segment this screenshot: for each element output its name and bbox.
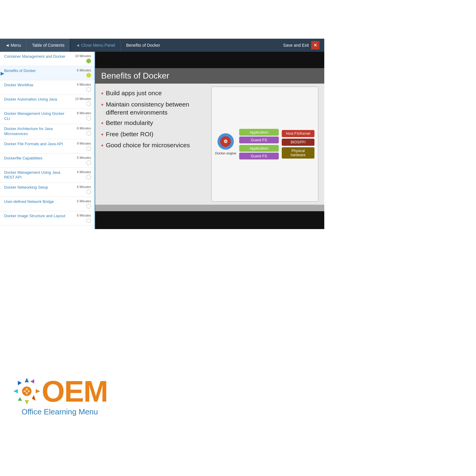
toc-button[interactable]: Table of Contents bbox=[27, 39, 71, 52]
bullet-dot: • bbox=[101, 89, 104, 98]
sidebar-active-arrow: ▶ bbox=[1, 70, 4, 76]
sidebar-item-docker-automation-java[interactable]: Docker Automation Using Java13 Minutes bbox=[0, 95, 95, 109]
sidebar-item-text: Docker Networking Setup bbox=[4, 185, 69, 190]
docker-container-row-1: Application Guest FS bbox=[239, 129, 279, 143]
status-circle bbox=[86, 218, 91, 223]
host-fs-box: Host FS/Kernel bbox=[282, 130, 314, 137]
bullet-item: •Maintain consistency between different … bbox=[101, 100, 205, 117]
sidebar-item-docker-management-cli[interactable]: Docker Management Using Docker CLI8 Minu… bbox=[0, 109, 95, 124]
bullet-dot: • bbox=[101, 141, 104, 150]
status-circle bbox=[86, 101, 91, 106]
close-panel-label: ◄ Close Menu Panel bbox=[76, 43, 115, 48]
oem-subtitle: Office Elearning Menu bbox=[22, 407, 98, 416]
svg-marker-2 bbox=[36, 389, 40, 393]
slide-title-bar: Benefits of Docker bbox=[95, 68, 324, 84]
sidebar-item-docker-image-structure[interactable]: Docker Image Structure and Layout6 Minut… bbox=[0, 211, 95, 226]
sidebar-item-text: Benefits of Docker bbox=[4, 68, 69, 73]
svg-marker-1 bbox=[30, 379, 34, 383]
status-circle bbox=[86, 190, 91, 194]
sidebar-item-duration: 4 Minutes bbox=[77, 83, 91, 86]
docker-guestfs-box-2: Guest FS bbox=[239, 153, 279, 159]
header-bar: ◄ Menu Table of Contents ◄ Close Menu Pa… bbox=[0, 39, 324, 52]
sidebar-item-meta: 5 Minutes bbox=[69, 156, 91, 165]
sidebar-item-text: Docker Management Using Docker CLI bbox=[4, 111, 69, 121]
docker-engine-box: ⚙ Docker engine bbox=[215, 133, 236, 155]
bullet-text: Build apps just once bbox=[106, 89, 162, 97]
sidebar-item-meta: 5 Minutes bbox=[69, 199, 91, 209]
content-area: Container Management and Docker10 Minute… bbox=[0, 52, 324, 229]
bullet-text: Free (better ROI) bbox=[106, 130, 154, 138]
sidebar-item-meta: 6 Minutes bbox=[69, 126, 91, 136]
sidebar-item-duration: 6 Minutes bbox=[77, 126, 91, 130]
status-circle bbox=[86, 73, 91, 78]
bullet-item: •Better modularity bbox=[101, 119, 205, 128]
slide-bullets: •Build apps just once•Maintain consisten… bbox=[101, 87, 205, 202]
slide-bottom-black bbox=[95, 211, 324, 229]
sidebar-item-meta: 13 Minutes bbox=[69, 97, 91, 106]
oem-icon bbox=[12, 376, 42, 406]
sidebar-item-text: Docker File Formats and Java API bbox=[4, 142, 69, 147]
app-container: ◄ Menu Table of Contents ◄ Close Menu Pa… bbox=[0, 39, 324, 229]
svg-marker-6 bbox=[13, 389, 18, 393]
docker-container-row-2: Application Guest FS bbox=[239, 145, 279, 159]
bullet-text: Better modularity bbox=[106, 119, 153, 127]
docker-containers: Application Guest FS Application Guest F… bbox=[239, 129, 279, 159]
sidebar-item-duration: 13 Minutes bbox=[75, 97, 91, 101]
status-circle bbox=[86, 146, 91, 151]
sidebar-item-meta: 8 Minutes bbox=[69, 111, 91, 120]
oem-text: OEM bbox=[42, 376, 108, 406]
sidebar-item-meta: 6 Minutes bbox=[69, 185, 91, 194]
toc-label: Table of Contents bbox=[32, 43, 65, 48]
sidebar-item-dockerfile-capabilities[interactable]: Dockerfile Capabilities5 Minutes bbox=[0, 154, 95, 168]
status-circle bbox=[86, 160, 91, 165]
save-exit-button[interactable]: Save and Exit ✕ bbox=[278, 39, 324, 52]
sidebar-item-duration: 8 Minutes bbox=[77, 111, 91, 115]
sidebar-item-docker-networking[interactable]: Docker Networking Setup6 Minutes bbox=[0, 183, 95, 197]
sidebar-item-meta: 4 Minutes bbox=[69, 83, 91, 92]
docker-app-box-2: Application bbox=[239, 145, 279, 152]
status-circle bbox=[86, 87, 91, 92]
sidebar-item-text: Dockerfile Capabilities bbox=[4, 156, 69, 161]
sidebar-item-duration: 5 Minutes bbox=[77, 199, 91, 203]
sidebar-item-text: Docker Automation Using Java bbox=[4, 97, 69, 102]
sidebar-item-docker-management-rest[interactable]: Docker Management Using Java REST API4 M… bbox=[0, 168, 95, 183]
svg-marker-0 bbox=[25, 378, 29, 382]
sidebar-item-docker-architecture-microservices[interactable]: Docker Architecture for Java Microservic… bbox=[0, 124, 95, 139]
status-circle bbox=[86, 204, 91, 209]
sidebar-item-benefits-of-docker[interactable]: ▶Benefits of Docker6 Minutes bbox=[0, 66, 95, 80]
sidebar-item-duration: 4 Minutes bbox=[77, 170, 91, 174]
slide-top-black bbox=[95, 52, 324, 68]
close-x-button[interactable]: ✕ bbox=[311, 41, 320, 49]
sidebar-item-text: Container Management and Docker bbox=[4, 54, 69, 59]
slide-body: •Build apps just once•Maintain consisten… bbox=[95, 84, 324, 205]
oem-logo: OEM bbox=[12, 376, 108, 406]
sidebar-item-text: User-defined Network Bridge bbox=[4, 199, 69, 204]
sidebar-item-docker-workflow[interactable]: Docker Workflow4 Minutes bbox=[0, 80, 95, 95]
bullet-item: •Free (better ROI) bbox=[101, 130, 205, 139]
lesson-title: Benefits of Docker bbox=[121, 43, 278, 48]
sidebar-item-duration: 6 Minutes bbox=[77, 68, 91, 72]
bullet-item: •Good choice for microservices bbox=[101, 141, 205, 150]
sidebar-item-docker-file-formats[interactable]: Docker File Formats and Java API9 Minute… bbox=[0, 139, 95, 154]
sidebar-item-user-defined-network[interactable]: User-defined Network Bridge5 Minutes bbox=[0, 197, 95, 211]
host-stack: Host FS/Kernel BIOS/FFI Physical hardwar… bbox=[282, 130, 314, 159]
sidebar-item-duration: 6 Minutes bbox=[77, 185, 91, 189]
sidebar-item-meta: 6 Minutes bbox=[69, 68, 91, 78]
sidebar-item-duration: 5 Minutes bbox=[77, 156, 91, 159]
sidebar-item-container-management[interactable]: Container Management and Docker10 Minute… bbox=[0, 52, 95, 66]
close-panel-button[interactable]: ◄ Close Menu Panel bbox=[71, 39, 121, 52]
sidebar-item-meta: 6 Minutes bbox=[69, 214, 91, 223]
bios-box: BIOS/FFI bbox=[282, 139, 314, 146]
status-circle bbox=[86, 175, 91, 179]
svg-marker-4 bbox=[25, 400, 29, 405]
sidebar-item-meta: 9 Minutes bbox=[69, 142, 91, 151]
docker-engine-label: Docker engine bbox=[215, 151, 236, 155]
bullet-text: Maintain consistency between different e… bbox=[106, 100, 205, 117]
sidebar-item-text: Docker Management Using Java REST API bbox=[4, 170, 69, 180]
hardware-box: Physical hardware bbox=[282, 147, 314, 159]
top-spacer bbox=[0, 0, 476, 39]
menu-button[interactable]: ◄ Menu bbox=[0, 39, 27, 52]
docker-engine-inner: ⚙ bbox=[220, 136, 231, 147]
slide-bottom-bar bbox=[95, 205, 324, 211]
slide-content: Benefits of Docker •Build apps just once… bbox=[95, 68, 324, 211]
